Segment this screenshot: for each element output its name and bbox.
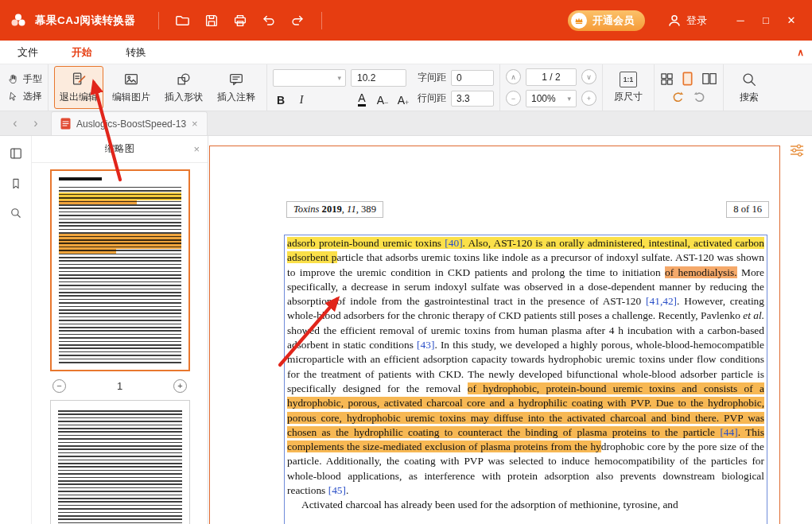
citation-link[interactable]: [44] [720, 426, 737, 438]
sidebar-icon-rail [0, 136, 32, 524]
minus-icon: − [56, 381, 61, 390]
title-bar: 幕果CAJ阅读转换器 开通会员 登录 ─ □ ✕ [0, 0, 812, 41]
thumbnail-text-decoration [59, 177, 102, 180]
thumbnail-panel-header: 缩略图 × [32, 136, 208, 163]
previous-page-button[interactable]: ∧ [506, 69, 521, 84]
workspace: 缩略图 × − 1 + [0, 136, 812, 524]
zoom-level-select[interactable]: 100% ▾ [526, 90, 577, 107]
thumbnail-highlight [59, 249, 116, 254]
text-run: Toxins [293, 204, 322, 215]
close-panel-icon[interactable]: × [193, 143, 200, 155]
search-button[interactable]: 搜索 [729, 66, 769, 109]
edit-image-label: 编辑图片 [112, 91, 150, 104]
search-icon [740, 71, 758, 88]
close-tab-icon[interactable]: × [192, 118, 198, 130]
increase-font-button[interactable]: A+ [395, 91, 411, 107]
insert-note-label: 插入注释 [217, 91, 255, 104]
vip-upgrade-button[interactable]: 开通会员 [568, 10, 645, 31]
close-button[interactable]: ✕ [779, 9, 804, 33]
document-tab[interactable]: Auslogics-BoostSpeed-13 × [51, 111, 208, 135]
ribbon-group-views [655, 64, 724, 111]
page-thumbnail-1[interactable] [50, 169, 190, 371]
decrease-font-button[interactable]: A− [375, 91, 390, 107]
tab-back-icon[interactable]: ‹ [5, 111, 25, 135]
page-thumbnail-2[interactable] [50, 400, 190, 524]
citation-link[interactable]: [45] [328, 484, 346, 496]
citation-link[interactable]: [43] [417, 339, 434, 351]
document-page[interactable]: Toxins 2019, 11, 389 8 of 16 adsorb prot… [209, 146, 780, 524]
font-color-button[interactable]: A [354, 91, 370, 107]
chevron-down-icon: ▾ [337, 74, 341, 82]
thumbnail-highlight [59, 234, 181, 249]
zoom-in-button[interactable]: + [581, 91, 596, 106]
minus-icon: − [511, 95, 515, 103]
actual-size-label: 原尺寸 [614, 90, 643, 103]
menu-tab-convert[interactable]: 转换 [121, 42, 151, 63]
chevron-down-icon: ▾ [567, 95, 571, 103]
zoom-level-value: 100% [531, 93, 556, 104]
rotate-right-icon[interactable] [693, 91, 706, 104]
exit-edit-button[interactable]: 退出编辑 [54, 66, 103, 109]
hand-tool-button[interactable]: 手型 [7, 72, 42, 86]
bold-button[interactable]: B [273, 91, 289, 107]
page-header-journal[interactable]: Toxins 2019, 11, 389 [286, 201, 383, 218]
menu-tab-home[interactable]: 开始 [67, 42, 97, 63]
maximize-button[interactable]: □ [753, 9, 779, 33]
view-settings-icon[interactable] [789, 143, 805, 157]
document-text-block[interactable]: adsorb protein-bound uremic toxins [40].… [284, 235, 767, 524]
ribbon-group-search: 搜索 [724, 64, 775, 111]
tab-forward-icon[interactable]: › [25, 111, 46, 135]
line-spacing-input[interactable]: 3.3 [451, 91, 494, 107]
single-page-view-icon[interactable] [681, 71, 694, 87]
thumbnail-highlight [59, 200, 137, 204]
thumbnail-page-number: 1 [117, 380, 122, 392]
document-tab-strip: ‹ › Auslogics-BoostSpeed-13 × [0, 111, 812, 136]
text-run: , 389 [356, 204, 376, 215]
page-indicator[interactable]: 1 / 2 [526, 68, 577, 86]
font-family-select[interactable]: ▾ [273, 69, 346, 87]
print-icon[interactable] [229, 10, 251, 32]
next-page-button[interactable]: ∨ [581, 69, 596, 84]
double-page-view-icon[interactable] [701, 72, 717, 86]
font-color-label: A [358, 92, 365, 107]
rotate-left-icon[interactable] [671, 91, 685, 104]
collapse-ribbon-icon[interactable]: ∧ [797, 47, 804, 58]
minimize-button[interactable]: ─ [728, 9, 753, 33]
font-size-input[interactable]: 10.2 [351, 69, 406, 87]
zoom-out-button[interactable]: − [506, 91, 521, 106]
login-button[interactable]: 登录 [667, 14, 707, 28]
thumbnail-highlight [59, 192, 181, 200]
thumbnail-list: − 1 + [32, 163, 208, 524]
one-to-one-icon: 1:1 [620, 72, 637, 87]
insert-shape-button[interactable]: 插入形状 [159, 66, 208, 109]
page-header-page-number[interactable]: 8 of 16 [726, 201, 769, 218]
char-spacing-input[interactable]: 0 [451, 70, 494, 86]
divider [321, 12, 322, 29]
redo-icon[interactable] [286, 10, 309, 32]
thumbnail-panel-icon[interactable] [8, 146, 24, 161]
login-label: 登录 [686, 14, 707, 28]
grid-view-icon[interactable] [660, 72, 674, 86]
insert-note-button[interactable]: 插入注释 [212, 66, 261, 109]
select-tool-button[interactable]: 选择 [7, 90, 42, 103]
document-tab-label: Auslogics-BoostSpeed-13 [76, 118, 186, 130]
citation-link[interactable]: [40] [445, 237, 462, 249]
open-file-icon[interactable] [172, 10, 194, 32]
bookmark-icon[interactable] [9, 177, 23, 191]
plus-icon: + [177, 381, 182, 390]
citation-link[interactable]: [41,42] [646, 295, 677, 307]
menu-tab-file[interactable]: 文件 [13, 42, 43, 63]
italic-button[interactable]: I [293, 91, 309, 107]
thumbnail-zoom-in-button[interactable]: + [173, 379, 187, 393]
edit-image-button[interactable]: 编辑图片 [107, 66, 156, 109]
text-run: 11 [347, 204, 356, 215]
save-icon[interactable] [200, 10, 223, 32]
undo-icon[interactable] [258, 10, 280, 32]
ribbon-group-tools: 手型 选择 [2, 64, 49, 111]
actual-size-button[interactable]: 1:1 原尺寸 [608, 66, 648, 109]
text-run: . [346, 484, 348, 496]
ribbon-group-page-zoom: ∧ 1 / 2 ∨ − 100% ▾ + [500, 64, 603, 111]
document-viewer: Toxins 2019, 11, 389 8 of 16 adsorb prot… [208, 136, 812, 524]
search-panel-icon[interactable] [9, 206, 23, 220]
thumbnail-zoom-out-button[interactable]: − [52, 379, 66, 393]
